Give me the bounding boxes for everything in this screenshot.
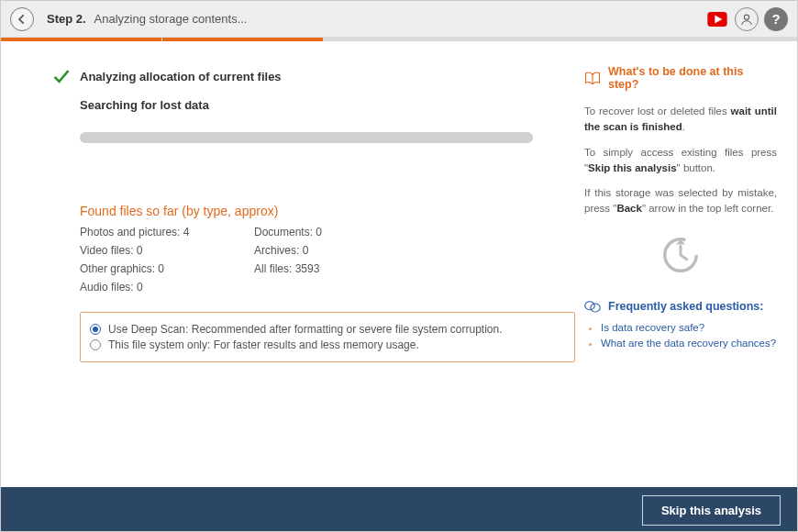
stat-video: Video files: 0 — [80, 244, 254, 257]
option-this-fs-only[interactable]: This file system only: For faster result… — [90, 338, 565, 351]
arrow-left-icon — [16, 13, 28, 26]
progress-seg-1 — [1, 38, 161, 41]
stage1-title: Analyzing allocation of current files — [80, 70, 282, 83]
progress-seg-2 — [162, 38, 323, 41]
stat-all: All files: 3593 — [254, 262, 428, 275]
step-number: Step 2. — [47, 12, 86, 26]
step-description: Analyzing storage contents... — [94, 12, 248, 26]
option-deep-scan-label: Use Deep Scan: Recommended after formatt… — [108, 323, 503, 336]
faq-heading-text: Frequently asked questions: — [608, 300, 763, 313]
stat-other-graphics: Other graphics: 0 — [80, 262, 254, 275]
spinner-icon — [659, 234, 702, 276]
stat-archives: Archives: 0 — [254, 244, 428, 257]
svg-point-4 — [591, 304, 601, 312]
faq-icon — [584, 300, 601, 313]
found-files-stats: Photos and pictures: 4 Video files: 0 Ot… — [80, 226, 584, 299]
side-heading-text: What's to be done at this step? — [608, 65, 777, 91]
svg-point-3 — [585, 301, 595, 309]
stage-complete-row: Analyzing allocation of current files — [52, 67, 584, 85]
step-label: Step 2. Analyzing storage contents... — [47, 12, 247, 26]
faq-link-1[interactable]: Is data recovery safe? — [601, 322, 777, 333]
side-paragraph-2: To simply access existing files press "S… — [584, 145, 777, 177]
radio-this-fs-only[interactable] — [90, 339, 101, 350]
side-paragraph-1: To recover lost or deleted files wait un… — [584, 104, 777, 136]
stat-audio: Audio files: 0 — [80, 281, 254, 294]
option-this-fs-only-label: This file system only: For faster result… — [108, 338, 419, 351]
option-deep-scan[interactable]: Use Deep Scan: Recommended after formatt… — [90, 323, 565, 336]
back-button[interactable] — [10, 7, 34, 31]
skip-analysis-button[interactable]: Skip this analysis — [642, 495, 781, 526]
stat-documents: Documents: 0 — [254, 226, 428, 238]
found-files-header: Found files so far (by type, approx) — [80, 204, 584, 218]
stage2-title: Searching for lost data — [80, 98, 584, 112]
side-paragraph-3: If this storage was selected by mistake,… — [584, 185, 777, 217]
faq-heading: Frequently asked questions: — [584, 300, 777, 313]
faq-list: Is data recovery safe? What are the data… — [584, 322, 777, 349]
account-button[interactable] — [735, 7, 759, 31]
youtube-button[interactable] — [705, 7, 729, 31]
question-icon: ? — [771, 11, 780, 27]
header-bar: Step 2. Analyzing storage contents... ? — [1, 1, 797, 38]
stat-photos: Photos and pictures: 4 — [80, 226, 254, 238]
side-heading: What's to be done at this step? — [584, 65, 777, 91]
spinner — [584, 234, 777, 276]
book-icon — [584, 72, 601, 84]
checkmark-icon — [52, 67, 71, 85]
scan-progress-bar — [80, 132, 533, 143]
progress-track — [1, 38, 797, 41]
side-panel: What's to be done at this step? To recov… — [584, 41, 797, 487]
youtube-icon — [707, 12, 727, 27]
svg-point-1 — [744, 15, 748, 19]
scan-mode-options: Use Deep Scan: Recommended after formatt… — [80, 312, 575, 362]
user-icon — [740, 13, 753, 26]
radio-deep-scan[interactable] — [90, 324, 101, 335]
help-button[interactable]: ? — [764, 7, 788, 31]
main-panel: Analyzing allocation of current files Se… — [1, 41, 584, 487]
footer-bar: Skip this analysis — [1, 487, 797, 532]
faq-link-2[interactable]: What are the data recovery chances? — [601, 338, 777, 349]
